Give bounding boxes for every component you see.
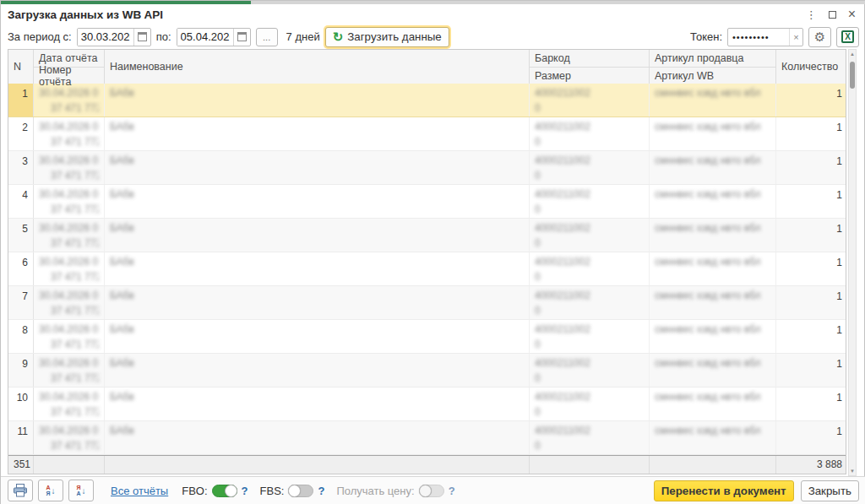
calendar-icon[interactable] [133, 29, 150, 46]
period-from-label: За период с: [8, 30, 72, 43]
size-redacted: 0 [535, 236, 644, 251]
toolbar-right: Токен: × ⚙ X [690, 27, 859, 47]
settings-button[interactable]: ⚙ [808, 27, 831, 47]
name-redacted: БАбв [110, 389, 524, 404]
sort-descending-button[interactable]: ЯА ↓ [68, 480, 94, 501]
all-reports-link[interactable]: Все отчёты [111, 485, 168, 497]
barcode-cell: 4000211002 0 [530, 387, 650, 420]
seller-article-cell: смннвес хзвд нвто вбл [650, 421, 776, 454]
table-row[interactable]: 3 30.04.2026 0:0 37 471 772 БАбв 4000211… [8, 151, 846, 185]
report-number-redacted: 37 471 772 [39, 438, 99, 453]
seller-article-redacted: смннвес хзвд нвто вбл [655, 254, 770, 269]
bottom-toolbar: АЯ ↓ ЯА ↓ Все отчёты FBO: ? FBS: ? Получ… [1, 476, 865, 504]
table-row[interactable]: 10 30.04.2026 0:0 37 471 772 БАбв 400021… [8, 387, 846, 421]
seller-article-cell: смннвес хзвд нвто вбл [650, 185, 776, 218]
report-number-redacted: 37 471 772 [39, 168, 99, 183]
token-field: × [727, 28, 803, 46]
seller-article-redacted: смннвес хзвд нвто вбл [655, 119, 770, 134]
table-row[interactable]: 7 30.04.2026 0:0 37 471 772 БАбв 4000211… [8, 286, 846, 320]
report-date-cell: 30.04.2026 0:0 37 471 772 [34, 320, 105, 353]
report-date-redacted: 30.04.2026 0:0 [39, 187, 99, 202]
scroll-up-icon[interactable]: ▲ [849, 51, 856, 57]
barcode-redacted: 4000211002 [535, 355, 644, 371]
export-excel-button[interactable]: X [836, 27, 859, 47]
table-row[interactable]: 4 30.04.2026 0:0 37 471 772 БАбв 4000211… [8, 185, 846, 219]
barcode-cell: 4000211002 0 [530, 286, 650, 319]
barcode-cell: 4000211002 0 [530, 185, 650, 218]
row-number-cell: 7 [8, 286, 34, 319]
table-row[interactable]: 9 30.04.2026 0:0 37 471 772 БАбв 4000211… [8, 354, 846, 387]
report-number-redacted: 37 471 772 [39, 303, 99, 318]
col-header-wb-article[interactable]: Артикул WB [650, 67, 776, 84]
col-header-seller-article[interactable]: Артикул продавца [650, 50, 776, 67]
barcode-cell: 4000211002 0 [530, 219, 650, 252]
sort-desc-icon: ЯА ↓ [76, 485, 85, 496]
page-title: Загрузка данных из WB API [8, 8, 163, 21]
token-input[interactable] [728, 32, 789, 42]
report-date-cell: 30.04.2026 0:0 37 471 772 [34, 151, 105, 184]
maximize-icon[interactable] [829, 11, 836, 19]
col-header-barcode[interactable]: Баркод [530, 50, 650, 67]
close-icon[interactable]: × [848, 8, 856, 21]
size-redacted: 0 [535, 404, 644, 420]
row-number-cell: 10 [8, 387, 34, 420]
table-row[interactable]: 2 30.04.2026 0:0 37 471 772 БАбв 4000211… [8, 117, 846, 151]
col-header-report-number[interactable]: Номер отчёта [34, 67, 105, 84]
title-bar: Загрузка данных из WB API ⋮ × [1, 4, 865, 24]
report-date-cell: 30.04.2026 0:0 37 471 772 [34, 421, 105, 454]
sort-asc-icon: АЯ ↓ [46, 485, 55, 496]
fbs-toggle[interactable] [288, 485, 313, 497]
calendar-icon[interactable] [233, 29, 250, 46]
name-redacted: БАбв [110, 187, 524, 202]
more-menu-icon[interactable]: ⋮ [806, 9, 817, 20]
period-picker-button[interactable]: ... [256, 28, 278, 46]
seller-article-redacted: смннвес хзвд нвто вбл [655, 288, 770, 303]
seller-article-cell: смннвес хзвд нвто вбл [650, 320, 776, 353]
printer-icon [13, 484, 28, 497]
get-price-toggle[interactable] [419, 485, 444, 497]
fbo-help-icon[interactable]: ? [242, 485, 248, 497]
report-number-redacted: 37 471 772 [39, 404, 99, 420]
vertical-scrollbar[interactable]: ▲ ▼ [848, 49, 857, 476]
get-price-help-icon[interactable]: ? [449, 485, 455, 497]
transfer-to-document-button[interactable]: Перенести в документ [654, 480, 794, 501]
report-number-redacted: 37 471 772 [39, 337, 99, 352]
report-date-cell: 30.04.2026 0:0 37 471 772 [34, 219, 105, 252]
table-row[interactable]: 6 30.04.2026 0:0 37 471 772 БАбв 4000211… [8, 252, 846, 286]
col-header-n[interactable]: N [8, 50, 34, 84]
period-toolbar: За период с: по: ... 7 дней ↻ Загрузить … [1, 24, 865, 49]
table-row[interactable]: 1 30.04.2026 0:0 37 471 772 БАбв 4000211… [8, 84, 846, 117]
seller-article-redacted: смннвес хзвд нвто вбл [655, 423, 770, 438]
qty-cell: 1 [776, 320, 847, 353]
table-row[interactable]: 8 30.04.2026 0:0 37 471 772 БАбв 4000211… [8, 320, 846, 354]
table-row[interactable]: 5 30.04.2026 0:0 37 471 772 БАбв 4000211… [8, 219, 846, 252]
col-header-qty[interactable]: Количество [776, 50, 847, 84]
col-header-size[interactable]: Размер [530, 67, 650, 84]
name-redacted: БАбв [110, 288, 524, 303]
scroll-down-icon[interactable]: ▼ [849, 468, 856, 474]
close-button[interactable]: Закрыть [801, 480, 859, 501]
scrollbar-thumb[interactable] [850, 62, 855, 89]
report-number-redacted: 37 471 772 [39, 236, 99, 251]
barcode-redacted: 4000211002 [535, 85, 644, 100]
size-redacted: 0 [535, 100, 644, 116]
name-redacted: БАбв [110, 254, 524, 269]
seller-article-cell: смннвес хзвд нвто вбл [650, 252, 776, 285]
report-date-redacted: 30.04.2026 0:0 [39, 254, 99, 269]
clear-icon[interactable]: × [789, 29, 802, 46]
load-data-button[interactable]: ↻ Загрузить данные [325, 27, 449, 47]
date-from-input[interactable] [78, 29, 133, 46]
fbo-toggle[interactable] [212, 485, 237, 497]
wb-api-load-window: Загрузка данных из WB API ⋮ × За период … [0, 0, 865, 504]
col-header-name[interactable]: Наименование [105, 50, 530, 84]
date-from-field [77, 28, 151, 46]
date-to-input[interactable] [177, 29, 233, 46]
print-button[interactable] [8, 480, 33, 501]
report-date-redacted: 30.04.2026 0:0 [39, 423, 99, 438]
refresh-icon: ↻ [333, 30, 344, 43]
table-row[interactable]: 11 30.04.2026 0:0 37 471 772 БАбв 400021… [8, 421, 846, 455]
name-redacted: БАбв [110, 85, 524, 100]
fbs-help-icon[interactable]: ? [318, 485, 324, 497]
sort-ascending-button[interactable]: АЯ ↓ [38, 480, 63, 501]
name-redacted: БАбв [110, 153, 524, 168]
